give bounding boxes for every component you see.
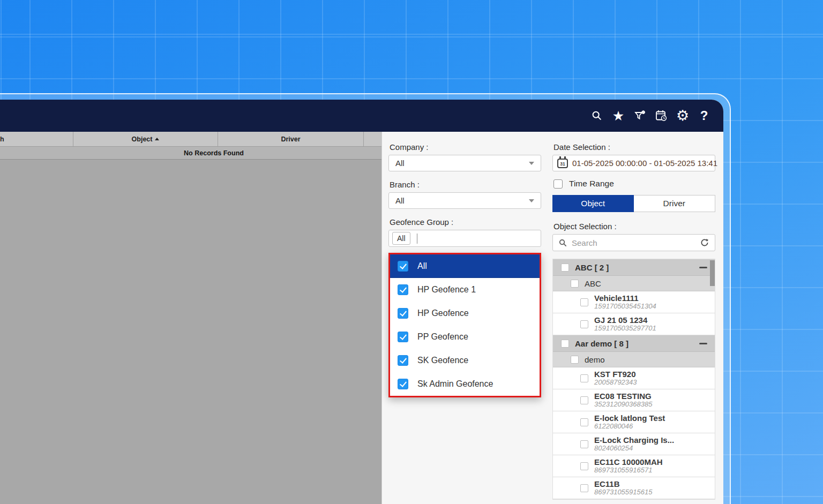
tree-subgroup-demo[interactable]: demo	[553, 352, 715, 367]
branch-select[interactable]: All	[388, 192, 541, 209]
checked-checkbox[interactable]	[398, 379, 408, 389]
object-name: KST FT920	[594, 370, 637, 379]
text-cursor	[417, 234, 417, 244]
geofence-dropdown: All HP Geofence 1 HP Geofence PP Ge	[388, 253, 541, 397]
tree-item-ec11c-10000mah[interactable]: EC11C 10000MAH 869731055916571	[553, 455, 715, 477]
filter-panel: Company : All Branch : All Geofence Grou…	[381, 132, 723, 504]
column-header-object[interactable]: Object	[73, 132, 218, 146]
object-id: 8024060254	[594, 445, 674, 453]
object-search-box	[552, 234, 715, 251]
date-range-field[interactable]: 31 01-05-2025 00:00:00 - 01-05-2025 13:4…	[552, 155, 715, 171]
unchecked-checkbox[interactable]	[580, 462, 588, 470]
company-label: Company :	[390, 142, 541, 152]
app-window-frame: ★ ⚙ ?	[0, 93, 731, 504]
object-id: 20058792343	[594, 379, 637, 387]
tree-scrollbar-thumb[interactable]	[710, 260, 715, 286]
column-header-branch[interactable]: Branch	[0, 132, 73, 146]
object-id: 1591705035451304	[594, 303, 656, 311]
company-select[interactable]: All	[388, 155, 541, 171]
unchecked-checkbox[interactable]	[580, 484, 588, 492]
table-body-empty	[0, 160, 381, 504]
no-records-row: No Records Found	[0, 147, 381, 160]
checked-checkbox[interactable]	[398, 308, 408, 319]
unchecked-checkbox[interactable]	[580, 396, 588, 404]
geofence-option-hp-geofence[interactable]: HP Geofence	[390, 302, 540, 325]
time-range-label: Time Range	[569, 179, 614, 189]
column-header-driver[interactable]: Driver	[218, 132, 364, 146]
settings-gear-icon[interactable]: ⚙	[676, 109, 689, 123]
tree-item-vehicle1111[interactable]: Vehicle1111 1591705035451304	[553, 291, 715, 313]
object-name: E-lock latlong Test	[594, 413, 665, 423]
collapse-icon[interactable]	[699, 267, 707, 268]
checked-checkbox[interactable]	[398, 261, 408, 272]
geofence-option-pp-geofence[interactable]: PP Geofence	[390, 325, 540, 349]
object-name: EC11C 10000MAH	[594, 457, 663, 467]
object-name: EC11B	[594, 479, 652, 488]
object-id: 1591705035297701	[594, 325, 656, 333]
collapse-icon[interactable]	[699, 343, 707, 344]
unchecked-checkbox[interactable]	[580, 440, 588, 448]
date-range-value: 01-05-2025 00:00:00 - 01-05-2025 13:41	[572, 159, 717, 168]
tree-item-e-lock-charging[interactable]: E-Lock Charging Is... 8024060254	[553, 433, 715, 455]
tree-item-e-lock-latlong-test[interactable]: E-lock latlong Test 6122080046	[553, 411, 715, 433]
tree-group-aar-demo[interactable]: Aar demo [ 8 ]	[553, 335, 715, 352]
object-mode-button[interactable]: Object	[552, 195, 634, 212]
checked-checkbox[interactable]	[398, 332, 408, 342]
unchecked-checkbox[interactable]	[561, 340, 569, 348]
driver-mode-button[interactable]: Driver	[634, 195, 716, 212]
unchecked-checkbox[interactable]	[580, 298, 588, 306]
unchecked-checkbox[interactable]	[571, 356, 579, 364]
geofence-group-chip[interactable]: All	[392, 232, 410, 245]
app-window: ★ ⚙ ?	[0, 100, 723, 504]
filter-column-right: Date Selection : 31 01-05-2025 00:00:00 …	[552, 142, 715, 500]
object-id: 869731055916571	[594, 467, 663, 475]
checked-checkbox[interactable]	[398, 284, 408, 295]
unchecked-checkbox[interactable]	[571, 280, 579, 288]
tree-item-ec11b[interactable]: EC11B 869731055915615	[553, 477, 715, 499]
unchecked-checkbox[interactable]	[580, 374, 588, 382]
search-icon	[558, 238, 567, 247]
object-id: 869731055915615	[594, 488, 652, 497]
geofence-option-hp-geofence-1[interactable]: HP Geofence 1	[390, 278, 540, 302]
filter-settings-icon[interactable]	[633, 109, 646, 123]
branch-label: Branch :	[390, 180, 541, 189]
calendar-schedule-icon[interactable]	[655, 109, 668, 123]
titlebar: ★ ⚙ ?	[0, 100, 723, 132]
object-name: Vehicle1111	[594, 294, 656, 303]
object-name: EC08 TESTING	[594, 392, 652, 401]
sort-ascending-icon	[155, 138, 159, 140]
geofence-option-all[interactable]: All	[390, 254, 540, 278]
main-content: Branch Object Driver No Records Found Co…	[0, 132, 723, 504]
date-selection-label: Date Selection :	[553, 142, 715, 152]
favorite-star-icon[interactable]: ★	[612, 109, 625, 123]
table-header-row: Branch Object Driver	[0, 132, 381, 147]
time-range-toggle[interactable]: Time Range	[553, 179, 715, 189]
column-header-extra	[364, 132, 381, 146]
geofence-option-sk-geofence[interactable]: SK Geofence	[390, 349, 540, 372]
help-icon[interactable]: ?	[698, 109, 710, 123]
search-icon[interactable]	[590, 109, 603, 123]
unchecked-checkbox[interactable]	[580, 320, 588, 328]
refresh-icon[interactable]	[700, 238, 709, 247]
unchecked-checkbox[interactable]	[561, 264, 569, 272]
object-name: GJ 21 05 1234	[594, 315, 656, 325]
unchecked-checkbox[interactable]	[553, 179, 563, 189]
object-name: E-Lock Charging Is...	[594, 435, 674, 445]
geofence-group-input[interactable]: All	[388, 230, 541, 247]
geofence-group-label: Geofence Group :	[390, 217, 541, 227]
object-tree: ABC [ 2 ] ABC Vehicle1111 15917050354513…	[552, 259, 715, 500]
tree-group-abc[interactable]: ABC [ 2 ]	[553, 259, 715, 276]
tree-item-kst-ft920[interactable]: KST FT920 20058792343	[553, 367, 715, 389]
checked-checkbox[interactable]	[398, 355, 408, 366]
results-table: Branch Object Driver No Records Found	[0, 132, 381, 504]
object-search-input[interactable]	[572, 238, 695, 247]
tree-item-ec08-testing[interactable]: EC08 TESTING 352312090368385	[553, 389, 715, 411]
chevron-down-icon	[529, 162, 534, 165]
filter-column-left: Company : All Branch : All Geofence Grou…	[388, 142, 541, 397]
geofence-option-sk-admin-geofence[interactable]: Sk Admin Geofence	[390, 372, 540, 396]
tree-subgroup-abc[interactable]: ABC	[553, 276, 715, 291]
object-driver-toggle: Object Driver	[552, 195, 715, 212]
tree-item-gj-21-05-1234[interactable]: GJ 21 05 1234 1591705035297701	[553, 313, 715, 335]
unchecked-checkbox[interactable]	[580, 418, 588, 426]
object-id: 352312090368385	[594, 401, 652, 409]
